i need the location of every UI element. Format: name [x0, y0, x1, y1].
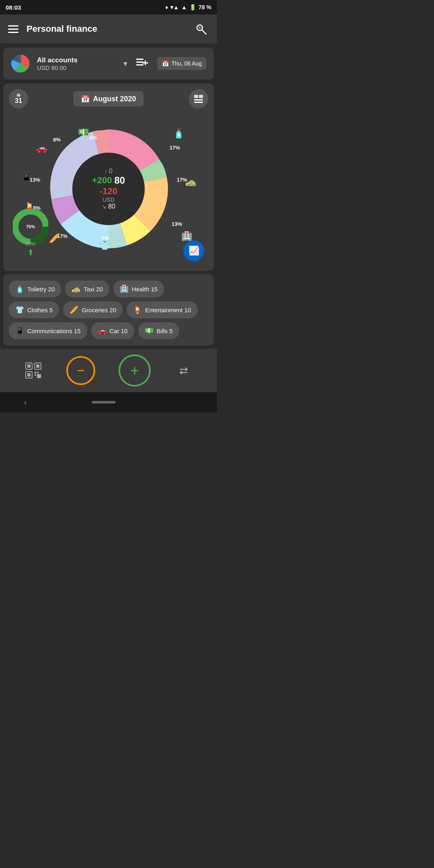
up-arrow-icon: ⬆ [27, 248, 34, 257]
center-income: +200 [92, 175, 112, 186]
chart-icon: 📈 [188, 246, 199, 256]
svg-rect-23 [36, 364, 39, 368]
month-selector[interactable]: 📅 August 2020 [74, 91, 143, 106]
tag-entertainment[interactable]: 🍹 Entertainment 10 [127, 301, 197, 318]
car-tag-icon: 🚗 [98, 326, 106, 335]
small-donut[interactable]: 75% 25% ⬆ [13, 209, 48, 257]
minus-btn[interactable]: − [66, 356, 95, 385]
center-zero: 0 [109, 168, 113, 175]
status-time: 08:03 [6, 4, 21, 11]
svg-point-2 [199, 27, 201, 29]
small-donut-pct: 25% [26, 241, 35, 247]
add-list-btn[interactable] [136, 58, 148, 69]
wifi-icon: ▾▲ [170, 4, 179, 10]
taxi-tag-icon: 🚕 [72, 285, 80, 293]
seg-label-top: 4% [89, 135, 97, 141]
svg-rect-27 [37, 372, 39, 373]
transfer-btn[interactable]: ⇄ [174, 361, 193, 380]
status-bar: 08:03 ♦ ▾▲ ▲ 🔋 78 % [0, 0, 217, 14]
svg-rect-25 [27, 373, 31, 377]
tag-communications[interactable]: 📱 Communications 15 [9, 322, 87, 339]
back-button[interactable]: ‹ [24, 398, 27, 407]
plus-btn[interactable]: + [119, 354, 151, 387]
tag-taxi[interactable]: 🚕 Taxi 20 [65, 280, 109, 297]
home-pill[interactable] [92, 401, 116, 403]
donut-chart-area: 4% 17% 8% 13% 8% 17% 4% 13% 17% 💵 🧴 🚗 📱 … [9, 113, 208, 265]
month-label: August 2020 [93, 95, 136, 103]
svg-line-1 [202, 30, 206, 34]
health-tag-label: Health 15 [132, 286, 158, 293]
account-name: All accounts [37, 56, 118, 64]
svg-rect-29 [37, 374, 41, 378]
center-expense: -120 [100, 186, 117, 197]
entertainment-tag-icon: 🍹 [133, 305, 142, 314]
svg-rect-5 [136, 61, 143, 63]
bottom-nav: − + ⇄ [0, 349, 217, 392]
calendar-31-btn[interactable]: 📅 31 [9, 89, 28, 108]
hamburger-menu[interactable] [8, 25, 18, 33]
categories-section: 🧴 Toiletry 20 🚕 Taxi 20 🏥 Health 15 👕 Cl… [3, 274, 214, 346]
bills-tag-label: Bills 5 [157, 328, 173, 334]
account-balance: USD 80.00 [37, 64, 118, 71]
clothes-tag-icon: 👕 [15, 305, 24, 314]
battery-icon: 🔋 [189, 4, 196, 10]
qr-btn[interactable] [24, 361, 43, 380]
health-tag-icon: 🏥 [120, 285, 129, 293]
svg-rect-26 [35, 372, 36, 373]
home-bar: ‹ [0, 392, 217, 412]
clothes-tag-label: Clothes 5 [27, 307, 53, 313]
date-selector[interactable]: 📅 Thu, 06 Aug [157, 57, 207, 70]
comms-tag-icon: 📱 [15, 326, 24, 335]
tag-bills[interactable]: 💵 Bills 5 [138, 322, 179, 339]
svg-rect-28 [35, 374, 36, 376]
tag-groceries[interactable]: 🥖 Groceries 20 [63, 301, 123, 318]
taxi-tag-label: Taxi 20 [84, 286, 103, 293]
tag-health[interactable]: 🏥 Health 15 [113, 280, 164, 297]
svg-rect-12 [194, 102, 203, 103]
groceries-tag-icon: 🥖 [70, 305, 78, 314]
clothes-icon: 👕 [99, 240, 110, 251]
health-icon: 🏥 [181, 231, 192, 242]
battery-pct: 78 % [199, 4, 211, 10]
svg-rect-6 [136, 64, 143, 66]
center-transfer: 80 [108, 203, 115, 210]
tag-car[interactable]: 🚗 Car 10 [91, 322, 134, 339]
center-currency: USD [102, 197, 115, 203]
donut-center-info: ↑ 0 +200 80 -120 USD ↘ 80 [92, 168, 125, 210]
seg-label-topleft: 8% [53, 137, 61, 143]
seg-label-topright: 17% [170, 145, 180, 151]
entertainment-tag-label: Entertainment 10 [145, 307, 191, 313]
groceries-icon: 🥖 [49, 233, 60, 244]
bills-tag-icon: 💵 [145, 326, 154, 335]
status-icons: ♦ ▾▲ ▲ 🔋 78 % [165, 4, 211, 10]
car-icon: 🚗 [36, 143, 47, 154]
svg-text:75%: 75% [26, 224, 35, 229]
calendar-icon-sm: 📅 [81, 94, 90, 103]
seg-label-lowerright: 13% [172, 221, 182, 227]
tag-clothes[interactable]: 👕 Clothes 5 [9, 301, 59, 318]
list-view-btn[interactable] [189, 89, 208, 108]
investment-btn[interactable]: 📈 [183, 240, 204, 261]
key-icon-btn[interactable] [194, 21, 209, 37]
center-balance: 80 [114, 175, 125, 186]
svg-rect-4 [136, 59, 143, 60]
taxi-icon: 🚕 [185, 177, 196, 187]
minus-icon: − [77, 363, 85, 378]
gps-icon: ♦ [165, 4, 168, 10]
chart-header: 📅 31 📅 August 2020 [9, 89, 208, 108]
toiletry-icon: 🧴 [173, 129, 184, 139]
transfer-icon: ⇄ [179, 364, 188, 377]
tag-toiletry[interactable]: 🧴 Toiletry 20 [9, 280, 61, 297]
tags-grid: 🧴 Toiletry 20 🚕 Taxi 20 🏥 Health 15 👕 Cl… [9, 280, 208, 339]
comms-icon: 📱 [21, 172, 32, 182]
account-dropdown[interactable]: ▾ [123, 59, 127, 68]
svg-rect-11 [194, 99, 203, 100]
svg-rect-21 [27, 364, 31, 368]
toiletry-tag-label: Toiletry 20 [27, 286, 55, 293]
account-pie-chart [10, 53, 31, 74]
account-row[interactable]: All accounts USD 80.00 ▾ 📅 Thu, 06 Aug [3, 47, 214, 80]
groceries-tag-label: Groceries 20 [82, 307, 116, 313]
comms-tag-label: Communications 15 [27, 328, 81, 334]
plus-icon: + [130, 362, 139, 379]
bills-icon: 💵 [78, 127, 89, 137]
